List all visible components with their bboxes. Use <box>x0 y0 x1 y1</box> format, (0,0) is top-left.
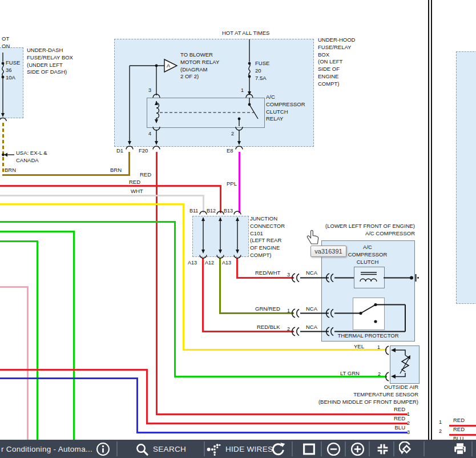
wire-grn3-v[interactable] <box>37 240 38 440</box>
label-outside-air-sensor: OUTSIDE AIR TEMPERATURE SENSOR (BEHIND M… <box>316 384 418 405</box>
wire-pnk-h[interactable] <box>0 286 29 288</box>
label-clutch: A/C COMPRESSOR CLUTCH <box>342 244 393 266</box>
clutch-coil-box <box>354 267 385 288</box>
label-fuse20: FUSE 20 7.5A <box>255 60 269 82</box>
zoom-out-button[interactable] <box>326 440 341 458</box>
page1-right-border <box>428 0 429 440</box>
wire-wht-v[interactable] <box>203 195 204 213</box>
label-wire-red-f20: RED <box>140 171 151 179</box>
page2-left-border <box>431 0 432 440</box>
wire-red-b12-h[interactable] <box>0 185 221 187</box>
toolbar-separator <box>393 441 394 456</box>
wire-grn3-h[interactable] <box>0 240 38 242</box>
wire-blu-h1[interactable] <box>0 377 138 379</box>
label-wire-redwht: RED/WHT <box>255 270 280 277</box>
junction-connector-box[interactable] <box>192 216 249 257</box>
wire-redwht-h[interactable] <box>236 277 294 279</box>
wire-yel-v[interactable] <box>183 203 184 351</box>
hide-wires-button[interactable]: HIDE WIRES <box>207 440 273 458</box>
search-label: SEARCH <box>153 445 186 453</box>
wire-red2-v[interactable] <box>146 369 148 424</box>
label-wire-yel: YEL <box>349 343 364 351</box>
label-wire-blu-e3: BLU <box>390 424 405 432</box>
label-wire-redblk: RED/BLK <box>257 324 280 331</box>
toolbar-separator <box>292 441 293 456</box>
label-relay: A/C COMPRESSOR CLUTCH RELAY <box>266 94 305 123</box>
label-pin-a12: A12 <box>205 260 214 266</box>
wire-redblk-v[interactable] <box>202 258 204 332</box>
label-hot-at-all-times: HOT AT ALL TIMES <box>222 30 269 37</box>
label-pin-f20: F20 <box>139 147 148 155</box>
outside-air-temp-sensor-box[interactable] <box>390 345 419 384</box>
wire-red2-h1[interactable] <box>0 369 148 371</box>
zoom-in-button[interactable] <box>350 440 365 458</box>
label-underdash-box: UNDER-DASH FUSE/RELAY BOX (UNDER LEFT SI… <box>27 47 73 76</box>
label-pin-e8: E8 <box>227 147 233 155</box>
label-nca-2: NCA <box>306 306 317 313</box>
wiring-diagram-viewer: OT ON UNDER-DASH FUSE/RELAY BOX (UNDER L… <box>0 0 476 458</box>
wire-pnk-v[interactable] <box>27 286 29 440</box>
wire-blu-h2[interactable] <box>136 432 408 433</box>
label-relay-pin2: 2 <box>231 131 234 136</box>
wire-red-f20-v[interactable] <box>156 152 158 415</box>
wire-red2-h2[interactable] <box>146 423 408 424</box>
print-button[interactable] <box>453 440 467 458</box>
label-wire-brn-right: BRN <box>110 167 122 174</box>
fit-to-screen-button[interactable] <box>376 440 390 458</box>
label-edge-pin2: 2 <box>407 420 410 426</box>
square-icon <box>302 442 316 456</box>
diagram-title-tab[interactable]: r Conditioning - Automa... <box>1 440 92 458</box>
wire-brn-d1[interactable] <box>128 152 130 176</box>
wire-red-b12-v[interactable] <box>220 185 221 213</box>
search-icon <box>135 443 148 456</box>
wire-redwht-v[interactable] <box>236 258 238 279</box>
label-pin-d1: D1 <box>116 147 123 155</box>
label-junction: JUNCTION CONNECTOR C101 (LEFT REAR OF EN… <box>250 215 285 259</box>
wires-nodes-icon <box>207 442 221 456</box>
label-wire-red-h: RED <box>129 179 140 186</box>
wire-grn2-h[interactable] <box>0 231 75 232</box>
search-button[interactable]: SEARCH <box>135 440 186 458</box>
label-usa-note: USA: EX-L & CANADA <box>16 150 47 164</box>
label-underhood-box: UNDER-HOOD FUSE/RELAY BOX (ON LEFT SIDE … <box>318 37 355 88</box>
label-edge-pin1: 1 <box>407 411 410 417</box>
toolbar-separator <box>471 441 473 456</box>
toolbar-separator <box>321 441 322 456</box>
compress-arrows-icon <box>376 442 390 456</box>
wire-redblk-h[interactable] <box>202 331 294 332</box>
reset-view-button[interactable] <box>399 440 414 458</box>
wire-brn-horizontal[interactable] <box>2 174 130 176</box>
label-pin-a13r: A13 <box>222 260 231 266</box>
wire-wht-h[interactable] <box>0 195 204 196</box>
label-wire-ppl: PPL <box>227 180 237 188</box>
label-hot-partial: OT ON <box>2 35 10 50</box>
wire-yel-h1[interactable] <box>0 203 184 205</box>
info-button[interactable] <box>96 440 110 458</box>
underdash-fuse-box[interactable] <box>0 47 23 118</box>
label-nca-1: NCA <box>306 270 317 277</box>
relay-box[interactable] <box>147 98 265 128</box>
zoom-in-icon <box>350 442 365 456</box>
label-sensor-pin2: 2 <box>378 371 381 377</box>
label-relay-pin4: 4 <box>148 131 151 136</box>
label-edge-pin3: 3 <box>407 429 410 435</box>
label-pin-a13l: A13 <box>188 260 197 266</box>
wire-grnred-v[interactable] <box>219 258 221 314</box>
wire-grn2-v[interactable] <box>73 231 75 440</box>
info-icon <box>96 442 110 456</box>
toolbar-separator <box>423 441 425 456</box>
rotate-diamond-icon <box>399 441 414 457</box>
wire-brn-underdash[interactable] <box>2 123 4 175</box>
toolbar: r Conditioning - Automa... SEARCH <box>0 440 476 458</box>
wire-blu-v[interactable] <box>136 377 138 433</box>
label-relay-pin1: 1 <box>241 87 244 93</box>
fit-window-button[interactable] <box>302 440 316 458</box>
wire-ltgrn-h1[interactable] <box>0 221 176 223</box>
wire-red-f20-h[interactable] <box>156 413 408 415</box>
label-pin-b13: B13 <box>224 208 233 214</box>
label-comp-pin1: 1 <box>287 308 290 314</box>
wire-ppl-e8[interactable] <box>239 152 240 213</box>
page2-component-box[interactable] <box>456 51 476 304</box>
refresh-button[interactable] <box>271 440 286 458</box>
wire-ltgrn-v[interactable] <box>174 221 176 377</box>
